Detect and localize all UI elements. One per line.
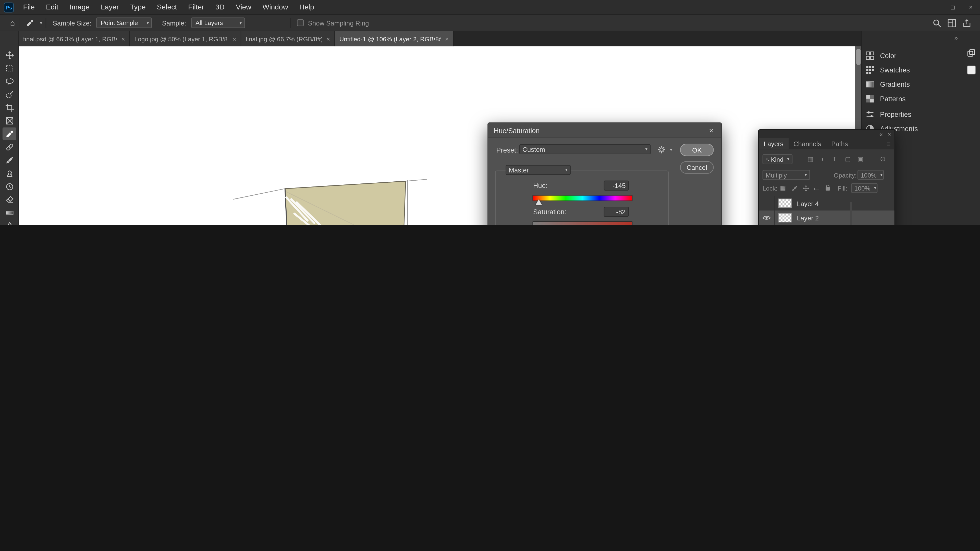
layers-panel-titlebar[interactable]: « × <box>759 130 895 138</box>
menu-window[interactable]: Window <box>257 0 294 14</box>
history-brush-tool[interactable] <box>3 180 16 192</box>
minimize-icon[interactable]: — <box>926 0 944 14</box>
lock-all-icon[interactable] <box>825 184 831 191</box>
lock-transparency-icon[interactable]: ▦ <box>780 184 786 191</box>
layer-row-layer4[interactable]: Layer 4 <box>759 196 895 210</box>
eyedropper-tool-preset-icon[interactable]: ▾ <box>25 18 42 27</box>
vertical-scrollbar-thumb[interactable] <box>856 49 860 65</box>
workspace-icon[interactable] <box>948 19 956 27</box>
fill-field[interactable]: 100%▾ <box>851 183 878 193</box>
show-sampling-ring-checkbox[interactable] <box>297 19 304 26</box>
hue-slider-thumb[interactable] <box>536 199 542 205</box>
blend-mode-dropdown[interactable]: Multiply▾ <box>762 170 810 180</box>
panel-menu-icon[interactable]: ≡ <box>887 138 895 149</box>
tab-untitled-1[interactable]: Untitled-1 @ 106% (Layer 2, RGB/8#) *× <box>335 31 454 46</box>
menu-file[interactable]: File <box>18 0 40 14</box>
eraser-tool[interactable] <box>3 193 16 206</box>
swatches-panel-button[interactable]: Swatches <box>865 63 966 76</box>
fill-label: Fill: <box>838 185 847 192</box>
filter-pixel-layers-icon[interactable]: ▦ <box>808 156 813 162</box>
collapse-panels-icon[interactable]: » <box>955 35 958 41</box>
visibility-toggle[interactable] <box>759 196 775 210</box>
layers-list-scrollbar[interactable] <box>850 202 852 225</box>
dialog-titlebar[interactable]: Hue/Saturation <box>488 123 721 138</box>
clone-stamp-tool[interactable] <box>3 167 16 179</box>
layer-row-layer2[interactable]: Layer 2 <box>759 210 895 225</box>
blur-tool[interactable] <box>3 219 16 225</box>
color-panel-button[interactable]: Color <box>865 49 966 62</box>
tab-final-jpg[interactable]: final.jpg @ 66,7% (RGB/8#)× <box>241 31 335 46</box>
share-icon[interactable] <box>963 19 971 27</box>
tab-channels[interactable]: Channels <box>788 138 826 149</box>
hue-slider[interactable] <box>533 195 633 201</box>
color-panel-icon <box>865 51 874 60</box>
white-swatch-icon[interactable] <box>967 65 976 74</box>
spot-healing-brush-tool[interactable] <box>3 141 16 153</box>
menu-3d[interactable]: 3D <box>210 0 230 14</box>
lock-position-icon[interactable] <box>802 185 809 192</box>
menu-image[interactable]: Image <box>64 0 95 14</box>
ok-button[interactable]: OK <box>680 144 714 156</box>
move-tool[interactable] <box>3 49 16 61</box>
menu-edit[interactable]: Edit <box>40 0 64 14</box>
close-tab-icon[interactable]: × <box>445 35 449 42</box>
tab-final-psd[interactable]: final.psd @ 66,3% (Layer 1, RGB/8#)× <box>19 31 130 46</box>
brush-tool[interactable] <box>3 154 16 166</box>
lasso-tool[interactable] <box>3 75 16 87</box>
close-tab-icon[interactable]: × <box>232 35 236 42</box>
gradient-tool[interactable] <box>3 206 16 219</box>
preset-options-gear-icon[interactable]: ▾ <box>657 145 672 154</box>
close-panel-icon[interactable]: × <box>888 130 891 138</box>
hue-label: Hue: <box>533 181 548 191</box>
filter-smart-objects-icon[interactable]: ▣ <box>858 156 863 162</box>
dock-collapse-icon[interactable] <box>967 49 976 57</box>
sample-size-dropdown[interactable]: Point Sample▾ <box>97 17 152 28</box>
filter-toggle-icon[interactable]: ⊙ <box>880 155 886 163</box>
filter-adjustment-layers-icon[interactable]: ◑ <box>820 156 824 162</box>
preset-dropdown[interactable]: Custom▾ <box>519 144 651 154</box>
cancel-button[interactable]: Cancel <box>680 161 714 174</box>
gradients-panel-button[interactable]: Gradients <box>865 78 966 91</box>
properties-panel-button[interactable]: Properties <box>865 107 966 121</box>
saturation-slider[interactable] <box>533 221 633 225</box>
lock-artboard-icon[interactable]: ▭ <box>814 185 820 192</box>
filter-shape-layers-icon[interactable]: ▢ <box>845 156 851 162</box>
rectangular-marquee-tool[interactable] <box>3 62 16 74</box>
layer-thumbnail[interactable] <box>778 199 792 208</box>
home-icon[interactable]: ⌂ <box>10 18 15 27</box>
patterns-panel-button[interactable]: Patterns <box>865 92 966 105</box>
tab-layers[interactable]: Layers <box>759 138 788 149</box>
quick-selection-tool[interactable] <box>3 88 16 100</box>
menu-layer[interactable]: Layer <box>95 0 124 14</box>
sample-dropdown[interactable]: All Layers▾ <box>191 17 245 28</box>
layer-thumbnail[interactable] <box>778 213 792 222</box>
channel-dropdown[interactable]: Master▾ <box>506 165 571 175</box>
search-icon[interactable] <box>932 19 941 27</box>
layer-filter-dropdown[interactable]: Kind▾ <box>762 154 793 164</box>
show-sampling-ring-label: Show Sampling Ring <box>308 19 369 27</box>
saturation-input[interactable]: -82 <box>604 207 629 217</box>
options-bar: ⌂ ▾ Sample Size: Point Sample▾ Sample: A… <box>0 15 980 32</box>
menu-type[interactable]: Type <box>124 0 151 14</box>
filter-type-layers-icon[interactable]: T <box>832 156 836 162</box>
close-tab-icon[interactable]: × <box>326 35 330 42</box>
tab-logo-jpg[interactable]: Logo.jpg @ 50% (Layer 1, RGB/8#) *× <box>130 31 241 46</box>
hue-input[interactable]: -145 <box>604 181 629 191</box>
close-icon[interactable]: × <box>962 0 980 14</box>
opacity-field[interactable]: 100%▾ <box>858 170 884 180</box>
menu-filter[interactable]: Filter <box>183 0 210 14</box>
maximize-icon[interactable]: □ <box>944 0 962 14</box>
menu-select[interactable]: Select <box>151 0 183 14</box>
visibility-toggle[interactable] <box>759 210 775 225</box>
menu-view[interactable]: View <box>230 0 257 14</box>
tab-paths[interactable]: Paths <box>826 138 853 149</box>
collapse-panel-icon[interactable]: « <box>880 131 883 137</box>
crop-tool[interactable] <box>3 101 16 114</box>
dialog-close-icon[interactable]: × <box>705 125 718 135</box>
menu-help[interactable]: Help <box>294 0 320 14</box>
close-tab-icon[interactable]: × <box>121 35 125 42</box>
canvas[interactable] <box>19 46 855 225</box>
frame-tool[interactable] <box>3 114 16 127</box>
lock-pixels-icon[interactable] <box>791 185 798 192</box>
eyedropper-tool[interactable] <box>3 127 16 140</box>
